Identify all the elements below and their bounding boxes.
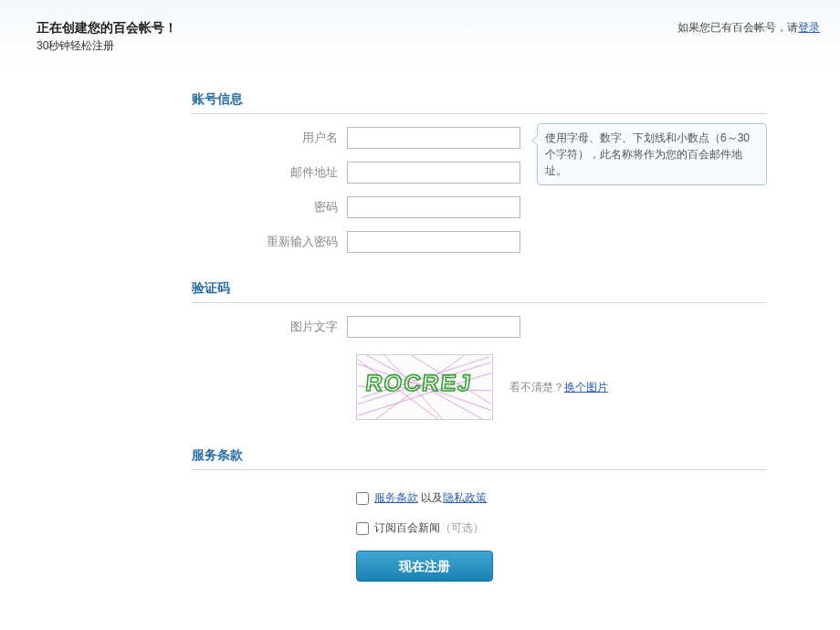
page-subtitle: 30秒钟轻松注册	[37, 38, 820, 54]
row-username: 用户名 使用字母、数字、下划线和小数点（6～30个字符），此名称将作为您的百会邮…	[192, 127, 831, 149]
row-password-confirm: 重新输入密码	[192, 231, 831, 253]
captcha-hint: 看不清楚？换个图片	[509, 380, 608, 395]
tos-link[interactable]: 服务条款	[374, 491, 418, 504]
register-button[interactable]: 现在注册	[356, 551, 493, 582]
tos-checkbox[interactable]	[356, 492, 369, 505]
privacy-link[interactable]: 隐私政策	[443, 491, 487, 504]
login-prompt-text: 如果您已有百会帐号，请	[677, 21, 798, 34]
captcha-input[interactable]	[347, 316, 520, 338]
tos-joiner: 以及	[418, 491, 443, 504]
label-password: 密码	[192, 199, 347, 215]
row-password: 密码	[192, 196, 831, 218]
captcha-box: ROCREJ 看不清楚？换个图片	[356, 354, 831, 420]
row-captcha-text: 图片文字	[192, 316, 831, 338]
captcha-image: ROCREJ	[356, 354, 493, 420]
signup-form: 账号信息 用户名 使用字母、数字、下划线和小数点（6～30个字符），此名称将作为…	[192, 64, 831, 582]
newsletter-label: 订阅百会新闻	[374, 521, 440, 534]
password-confirm-input[interactable]	[347, 231, 520, 253]
label-captcha-text: 图片文字	[192, 319, 347, 335]
section-captcha-heading: 验证码	[192, 253, 767, 303]
password-input[interactable]	[347, 196, 520, 218]
label-username: 用户名	[192, 130, 347, 146]
terms-row-newsletter: 订阅百会新闻（可选）	[356, 520, 831, 536]
newsletter-optional: （可选）	[440, 521, 484, 534]
page-header: 正在创建您的百会帐号！ 30秒钟轻松注册 如果您已有百会帐号，请登录	[0, 0, 840, 64]
submit-row: 现在注册	[356, 551, 831, 582]
section-account-heading: 账号信息	[192, 64, 767, 114]
label-email: 邮件地址	[192, 164, 347, 181]
newsletter-checkbox[interactable]	[356, 522, 369, 535]
terms-rows: 服务条款 以及隐私政策 订阅百会新闻（可选）	[356, 490, 831, 536]
email-input[interactable]	[347, 162, 520, 184]
login-prompt: 如果您已有百会帐号，请登录	[677, 20, 820, 36]
row-email: 邮件地址	[192, 162, 831, 184]
captcha-refresh-link[interactable]: 换个图片	[564, 381, 608, 394]
captcha-text: ROCREJ	[364, 370, 474, 395]
label-password-confirm: 重新输入密码	[192, 234, 347, 250]
captcha-hint-prefix: 看不清楚？	[509, 381, 564, 394]
section-terms-heading: 服务条款	[192, 420, 767, 470]
username-input[interactable]	[347, 127, 520, 149]
captcha-svg: ROCREJ	[357, 355, 492, 419]
login-link[interactable]: 登录	[798, 21, 820, 34]
terms-row-tos: 服务条款 以及隐私政策	[356, 490, 831, 506]
